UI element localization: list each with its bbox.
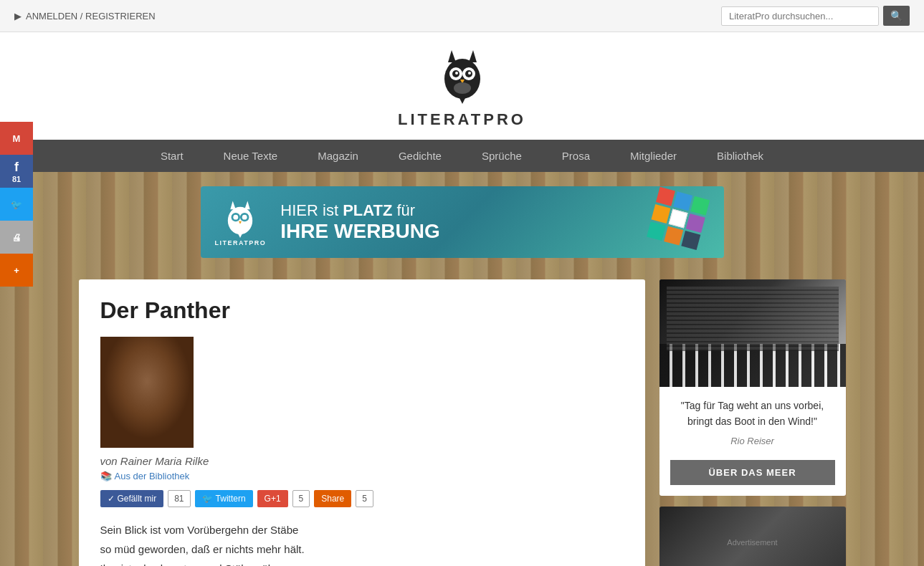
social-sidebar: M f 81 🐦 🖨 +	[0, 122, 33, 287]
main-nav: Start Neue Texte Magazin Gedichte Sprüch…	[0, 140, 924, 172]
print-icon: 🖨	[12, 232, 22, 243]
facebook-button[interactable]: f 81	[0, 155, 33, 188]
like-count: 81	[168, 490, 190, 507]
sidebar-image	[659, 279, 846, 387]
author-image	[100, 337, 194, 448]
svg-point-7	[455, 72, 458, 75]
ad-owl-icon	[222, 198, 258, 238]
ad-text-platz: PLATZ	[343, 201, 392, 219]
gmail-button[interactable]: M	[0, 122, 33, 155]
share-count: 5	[356, 490, 373, 507]
poem-text: Sein Blick ist vom Vorübergehn der Stäbe…	[100, 520, 624, 566]
sidebar-action-button[interactable]: ÜBER DAS MEER	[670, 460, 835, 485]
sidebar: "Tag für Tag weht an uns vorbei, bringt …	[659, 279, 846, 566]
logo-text: LITERATPRO	[0, 110, 924, 129]
svg-marker-14	[245, 201, 251, 209]
ad-text-hier: HIER ist	[280, 201, 343, 219]
svg-marker-2	[469, 50, 477, 62]
poem-line-2: so müd geworden, daß er nichts mehr hält…	[100, 539, 624, 559]
logo-area: LITERATPRO	[0, 32, 924, 140]
ad-decor	[652, 193, 710, 251]
book-icon: 📚	[100, 471, 112, 481]
like-check-icon: ✓	[108, 494, 115, 504]
gplus-label: G+1	[265, 494, 281, 504]
svg-point-10	[454, 82, 471, 94]
login-icon: ▶	[14, 11, 22, 21]
main-article: Der Panther von Rainer Maria Rilke 📚 Aus…	[79, 279, 645, 566]
svg-marker-11	[459, 97, 466, 104]
nav-sprueche[interactable]: Sprüche	[462, 140, 542, 172]
twitter-share-button[interactable]: 🐦 Twittern	[195, 490, 253, 507]
article-title: Der Panther	[100, 297, 624, 324]
like-label: Gefällt mir	[118, 494, 157, 504]
ad-banner[interactable]: LITERATPRO HIER ist PLATZ für IHRE WERBU…	[201, 186, 724, 258]
nav-bibliothek[interactable]: Bibliothek	[697, 140, 784, 172]
twitter-button[interactable]: 🐦	[0, 188, 33, 221]
ad-text: HIER ist PLATZ für IHRE WERBUNG	[280, 201, 644, 243]
nav-prosa[interactable]: Prosa	[542, 140, 610, 172]
like-button[interactable]: ✓ Gefällt mir	[100, 490, 164, 507]
ad-text-werbung: WERBUNG	[328, 220, 440, 242]
search-area: 🔍	[721, 6, 910, 26]
svg-point-8	[468, 72, 471, 75]
ad-logo-text: LITERATPRO	[215, 239, 267, 246]
sidebar-ad[interactable]: Advertisement	[659, 507, 846, 566]
print-button[interactable]: 🖨	[0, 221, 33, 254]
share-button[interactable]: Share	[314, 490, 351, 507]
author-portrait	[100, 337, 194, 448]
top-bar: ▶ ANMELDEN / REGISTRIEREN 🔍	[0, 0, 924, 32]
gmail-icon: M	[13, 133, 21, 144]
poem-line-3: Ihm ist, als ob es tausend Stäbe gäbe	[100, 559, 624, 566]
library-link[interactable]: 📚 Aus der Bibliothek	[100, 471, 624, 481]
svg-point-18	[242, 214, 247, 219]
poem-line-1: Sein Blick ist vom Vorübergehn der Stäbe	[100, 520, 624, 539]
quote-author: Rio Reiser	[670, 434, 835, 449]
plus-icon: +	[14, 265, 19, 276]
login-area: ▶ ANMELDEN / REGISTRIEREN	[14, 11, 156, 21]
sidebar-quote: "Tag für Tag weht an uns vorbei, bringt …	[659, 387, 846, 460]
login-link[interactable]: ANMELDEN / REGISTRIEREN	[26, 11, 156, 21]
svg-marker-1	[448, 50, 456, 62]
search-button[interactable]: 🔍	[883, 6, 910, 26]
social-buttons: ✓ Gefällt mir 81 🐦 Twittern G+1 5 Share …	[100, 490, 624, 507]
gplus-button[interactable]: G+1	[257, 490, 288, 507]
svg-marker-13	[231, 201, 237, 209]
owl-logo-icon	[437, 47, 487, 104]
more-share-button[interactable]: +	[0, 254, 33, 287]
share-label: Share	[321, 494, 344, 504]
nav-gedichte[interactable]: Gedichte	[378, 140, 462, 172]
gplus-count: 5	[292, 490, 310, 507]
ad-text-fuer: für	[392, 201, 415, 219]
svg-point-17	[234, 214, 239, 219]
quote-text: "Tag für Tag weht an uns vorbei, bringt …	[670, 398, 835, 430]
content-area: Der Panther von Rainer Maria Rilke 📚 Aus…	[68, 279, 857, 566]
facebook-icon: f	[14, 160, 19, 175]
sidebar-card-2: Advertisement	[659, 507, 846, 566]
color-squares	[647, 187, 715, 251]
search-input[interactable]	[721, 6, 879, 26]
ad-logo: LITERATPRO	[215, 198, 267, 246]
nav-neue-texte[interactable]: Neue Texte	[204, 140, 298, 172]
sidebar-card-1: "Tag für Tag weht an uns vorbei, bringt …	[659, 279, 846, 496]
svg-point-12	[228, 206, 252, 234]
twitter-bird-icon: 🐦	[202, 494, 213, 504]
nav-magazin[interactable]: Magazin	[297, 140, 378, 172]
twitter-label: Twittern	[216, 494, 246, 504]
logo-owl	[437, 47, 487, 107]
ad-text-ihre: IHRE	[280, 220, 328, 242]
author-name: von Rainer Maria Rilke	[100, 455, 624, 467]
hero-background: LITERATPRO HIER ist PLATZ für IHRE WERBU…	[0, 172, 924, 566]
nav-mitglieder[interactable]: Mitglieder	[610, 140, 697, 172]
ad-placeholder: Advertisement	[727, 538, 777, 547]
library-link-text: Aus der Bibliothek	[115, 471, 190, 481]
facebook-count: 81	[12, 175, 21, 183]
twitter-icon: 🐦	[11, 199, 22, 210]
svg-marker-20	[238, 233, 243, 238]
nav-start[interactable]: Start	[140, 140, 204, 172]
